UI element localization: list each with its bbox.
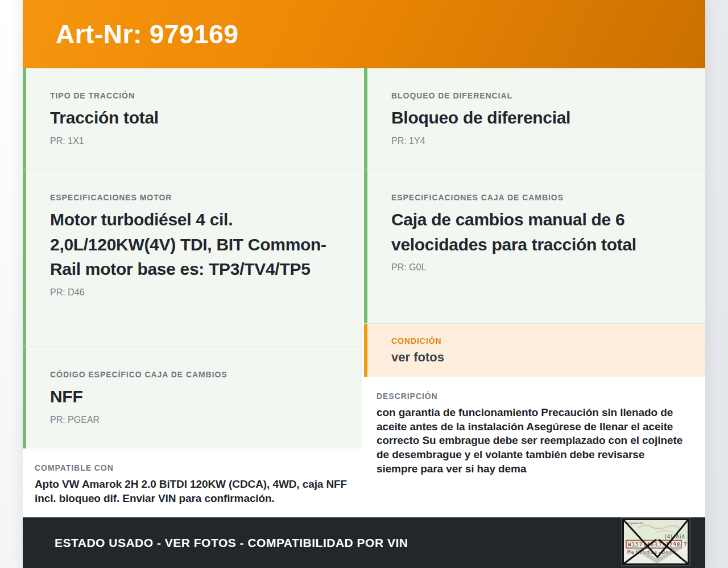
pr-code: PR: G0L xyxy=(391,262,692,273)
svg-text:7: 7 xyxy=(684,542,686,548)
card-label: BLOQUEO DE DIFERENCIAL xyxy=(391,91,692,100)
right-column: BLOQUEO DE DIFERENCIAL Bloqueo de difere… xyxy=(364,68,705,517)
footer-bar: ESTADO USADO - VER FOTOS - COMPATIBILIDA… xyxy=(23,517,705,568)
footer-text: ESTADO USADO - VER FOTOS - COMPATIBILIDA… xyxy=(55,536,408,550)
vin-document-image: Fahrgestell-Nr. |4| AiA W1571463J31298 7… xyxy=(622,518,689,565)
card-label: CÓDIGO ESPECÍFICO CAJA DE CAMBIOS xyxy=(50,370,349,379)
compatible-label: COMPATIBLE CON xyxy=(35,463,348,472)
card-diff-lock: BLOQUEO DE DIFERENCIAL Bloqueo de difere… xyxy=(364,68,705,170)
article-number-title: Art-Nr: 979169 xyxy=(56,19,238,50)
compatible-text: Apto VW Amarok 2H 2.0 BiTDI 120KW (CDCA)… xyxy=(35,478,348,505)
description-label: DESCRIPCIÓN xyxy=(377,392,690,401)
card-value: Tracción total xyxy=(50,105,346,130)
card-label: ESPECIFICACIONES CAJA DE CAMBIOS xyxy=(391,193,692,202)
card-label: ESPECIFICACIONES MOTOR xyxy=(50,193,349,202)
pr-code: PR: 1X1 xyxy=(50,136,349,146)
card-value: NFF xyxy=(50,384,346,409)
card-value: Motor turbodiésel 4 cil. 2,0L/120KW(4V) … xyxy=(50,207,346,282)
crossed-envelope-document-icon: Fahrgestell-Nr. |4| AiA W1571463J31298 7… xyxy=(622,518,689,565)
header-banner: Art-Nr: 979169 xyxy=(23,0,705,68)
card-gearbox-code: CÓDIGO ESPECÍFICO CAJA DE CAMBIOS NFF PR… xyxy=(23,347,362,448)
card-value: Caja de cambios manual de 6 velocidades … xyxy=(391,207,687,257)
pr-code: PR: D46 xyxy=(50,287,349,298)
condition-value: ver fotos xyxy=(391,350,692,365)
pr-code: PR: 1Y4 xyxy=(391,136,692,146)
description-text: con garantía de funcionamiento Precaució… xyxy=(377,406,688,476)
left-column: TIPO DE TRACCIÓN Tracción total PR: 1X1 … xyxy=(23,68,362,517)
product-sheet: Art-Nr: 979169 TIPO DE TRACCIÓN Tracción… xyxy=(23,0,705,568)
card-condition: CONDICIÓN ver fotos xyxy=(364,324,705,377)
description-section: DESCRIPCIÓN con garantía de funcionamien… xyxy=(364,377,705,517)
card-traction-type: TIPO DE TRACCIÓN Tracción total PR: 1X1 xyxy=(23,68,362,170)
condition-label: CONDICIÓN xyxy=(391,336,692,345)
card-value: Bloqueo de diferencial xyxy=(391,105,687,130)
pr-code: PR: PGEAR xyxy=(50,415,349,425)
card-label: TIPO DE TRACCIÓN xyxy=(50,91,349,100)
spec-columns: TIPO DE TRACCIÓN Tracción total PR: 1X1 … xyxy=(23,68,705,517)
compatible-section: COMPATIBLE CON Apto VW Amarok 2H 2.0 BiT… xyxy=(23,448,362,517)
card-gearbox-specs: ESPECIFICACIONES CAJA DE CAMBIOS Caja de… xyxy=(364,170,705,323)
page-background: Art-Nr: 979169 TIPO DE TRACCIÓN Tracción… xyxy=(0,0,728,568)
card-engine-specs: ESPECIFICACIONES MOTOR Motor turbodiésel… xyxy=(23,170,362,347)
